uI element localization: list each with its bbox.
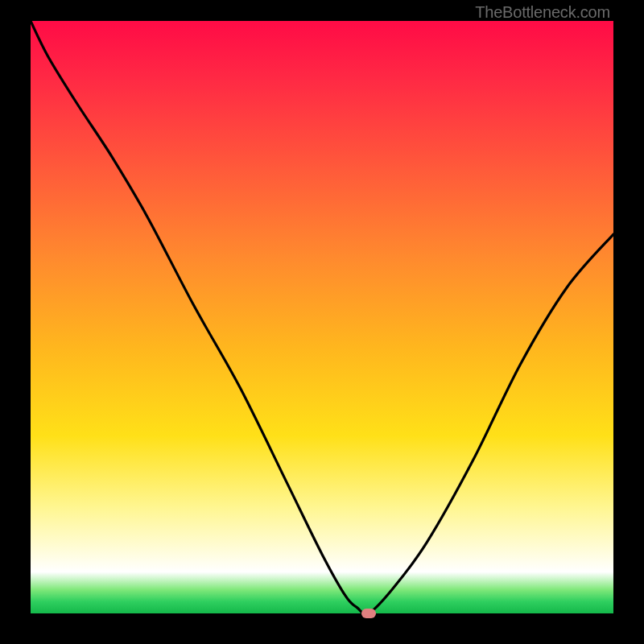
plot-area: [31, 21, 613, 613]
watermark-text: TheBottleneck.com: [475, 3, 610, 22]
bottleneck-curve: [31, 21, 613, 613]
chart-frame: TheBottleneck.com: [0, 0, 644, 644]
min-point-marker: [361, 609, 376, 618]
